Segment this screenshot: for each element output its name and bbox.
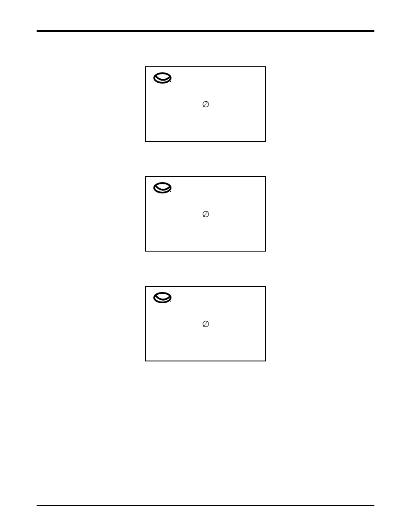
svg-rect-5	[170, 301, 171, 302]
display-box-3: ∅	[145, 286, 266, 361]
vortex-logo-icon	[153, 292, 258, 307]
empty-set-icon: ∅	[202, 210, 209, 218]
svg-rect-1	[170, 81, 171, 82]
empty-set-icon: ∅	[202, 320, 209, 328]
page-footer	[37, 505, 374, 506]
bottom-rule	[37, 505, 374, 506]
page: ∅ ∅ ∅	[0, 0, 411, 532]
empty-set-icon: ∅	[202, 100, 209, 109]
top-rule	[37, 30, 374, 32]
vortex-logo-icon	[153, 72, 258, 87]
box-stack: ∅ ∅ ∅	[37, 66, 374, 361]
display-box-2: ∅	[145, 176, 266, 252]
svg-rect-3	[170, 191, 171, 192]
display-box-1: ∅	[145, 66, 266, 142]
vortex-logo-icon	[153, 182, 258, 197]
